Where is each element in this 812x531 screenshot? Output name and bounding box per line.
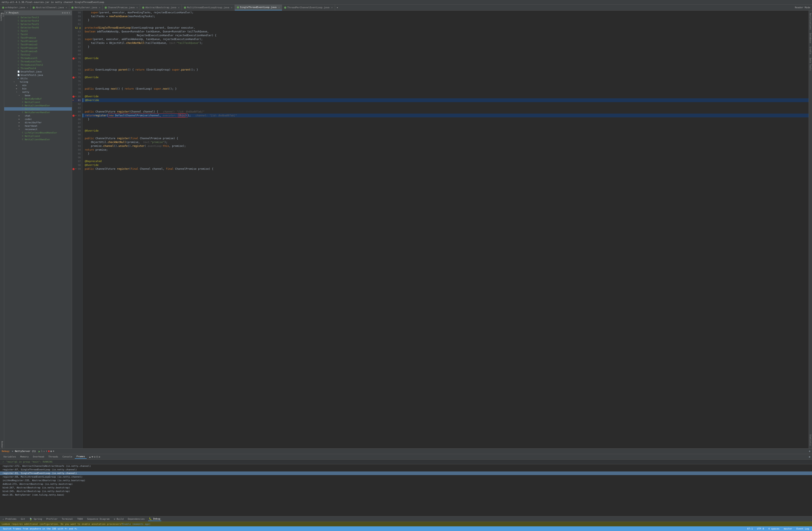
close-icon[interactable]: ✕	[66, 6, 67, 9]
step-out-icon[interactable]: ↑	[46, 450, 47, 453]
tab-variables[interactable]: Variables	[2, 455, 18, 459]
gradle-label[interactable]: Gradle	[809, 45, 812, 56]
copy-frames-icon[interactable]: ⎘	[97, 455, 98, 458]
bottom-tab-git[interactable]: Git	[20, 517, 26, 521]
tree-item-selector5[interactable]: C SelectorTest5	[4, 23, 72, 26]
lombok-enable-link[interactable]: Enable (moments ago)	[122, 523, 150, 526]
tree-item-directbuffer[interactable]: ▶ directbuffer	[4, 121, 72, 124]
hide-frames-icon[interactable]: ⊟	[94, 455, 95, 458]
frame-2[interactable]: register:81, SingleThreadEventLoop (io.n…	[0, 472, 812, 475]
mute-icon[interactable]: ◉	[50, 450, 52, 453]
tree-item-aio[interactable]: ▶ aio	[4, 84, 72, 87]
frame-6[interactable]: bind:267, AbstractBootstrap (io.netty.bo…	[0, 486, 812, 489]
tree-item-selector6[interactable]: C SelectorTest6	[4, 26, 72, 29]
tree-item-nettyclienthandler2[interactable]: C NettyClientHandler	[4, 138, 72, 141]
close-icon[interactable]: ✕	[99, 6, 100, 9]
tree-item-testpromise2[interactable]: C TestPromise2	[4, 39, 72, 43]
tree-item-base[interactable]: ▾ base	[4, 94, 72, 97]
run-icon[interactable]: ▶	[39, 450, 40, 453]
pull-requests-icon[interactable]: Pull Requests	[0, 15, 4, 19]
close-icon[interactable]: ✕	[178, 6, 179, 9]
tab-channel-promise[interactable]: ChannelPromise.java ✕	[103, 5, 140, 10]
tab-netty-server[interactable]: NettyServer.java ✕	[69, 5, 103, 10]
close-icon[interactable]: ✕	[278, 6, 280, 9]
debug-settings-icon[interactable]: ⚙	[809, 450, 810, 453]
frame-3[interactable]: register:88, MultithreadEventLoopGroup (…	[0, 475, 812, 479]
close-icon[interactable]: ✕	[27, 6, 28, 9]
layout-icon[interactable]: ⊟	[64, 12, 66, 14]
tree-item-threadlocal5[interactable]: C ThreadLocal5	[4, 56, 72, 60]
tab-console[interactable]: Console	[61, 455, 74, 459]
tab-abstract-bootstrap[interactable]: AbstractBootstrap.java ✕	[140, 5, 182, 10]
tab-abstract-channel[interactable]: AbstractChannel.java ✕	[30, 5, 69, 10]
tree-item-testpromise4[interactable]: C TestPromise4	[4, 46, 72, 49]
reader-mode-btn[interactable]: Reader Mode	[795, 6, 810, 9]
tree-item-threadlocaltest2[interactable]: C ThreadLocalTest2	[4, 63, 72, 67]
tab-adapter[interactable]: erAdapter.java ✕	[0, 5, 30, 10]
tree-item-netty[interactable]: ▾ netty	[4, 90, 72, 94]
database-label[interactable]: Database	[809, 31, 812, 45]
bottom-tab-sequence[interactable]: Sequence Diagram	[86, 517, 111, 521]
tab-thread-per-channel[interactable]: ThreadPerChannelEventLoop.java ✕	[282, 5, 335, 10]
tree-item-codec[interactable]: ▶ codec	[4, 117, 72, 121]
frame-1[interactable]: register:87, SingleThreadEventLoop (io.n…	[0, 468, 812, 472]
bottom-tab-dependencies[interactable]: Dependencies	[127, 517, 145, 521]
bottom-tab-profiler[interactable]: Profiler	[45, 517, 58, 521]
tree-item-chat[interactable]: ▶ chat	[4, 114, 72, 117]
notifications-label[interactable]: Notifications	[809, 12, 812, 31]
view-breakpoints-icon[interactable]: ⊕	[53, 450, 54, 453]
step-into-icon[interactable]: ↓	[43, 450, 45, 453]
bottom-tab-problems[interactable]: ⚠ Problems	[2, 517, 17, 521]
debug-close-icon[interactable]: ✕	[12, 450, 13, 453]
bottom-tab-build[interactable]: ⚒ Build	[113, 517, 125, 521]
step-over-icon[interactable]: ⤵	[41, 450, 42, 453]
tab-single-thread[interactable]: SingleThreadEventLoop.java ✕	[235, 5, 282, 10]
tree-item-nettyclienthandler[interactable]: C NettyClientHandler	[4, 104, 72, 107]
frame-4[interactable]: initAndRegister:335, AbstractBootstrap (…	[0, 479, 812, 482]
debug-session-name[interactable]: NettyServer (1)	[15, 450, 36, 453]
tree-item-unsafetest2[interactable]: 📄 UnsafeTest2.java	[4, 73, 72, 77]
tree-item-nettyserver[interactable]: C NettyServer	[4, 107, 72, 111]
data-tools-label[interactable]: Data Tools	[809, 56, 812, 72]
frame-5[interactable]: doBind:273, AbstractBootstrap (io.netty.…	[0, 482, 812, 486]
bottom-tab-terminal[interactable]: Terminal	[61, 517, 74, 521]
tree-item-selector3[interactable]: C SelectorTest3	[4, 16, 72, 19]
bottom-tab-debug[interactable]: 🐛 Debug	[148, 517, 161, 521]
tree-item-reconnect[interactable]: ▾ reconnect	[4, 128, 72, 131]
close-icon[interactable]: ✕	[136, 6, 138, 9]
frames-settings-icon[interactable]: ≡	[809, 455, 810, 458]
tab-threads[interactable]: Threads	[47, 455, 60, 459]
frame-up-icon[interactable]: ▲	[89, 455, 91, 458]
frame-0[interactable]: register:472, AbstractChannel$AbstractUn…	[0, 464, 812, 468]
tree-item-testpromise[interactable]: C TestPromise	[4, 36, 72, 39]
tree-item-nettyserverhandler[interactable]: C NettyServerHandler	[4, 111, 72, 114]
tree-item-unsafetest[interactable]: 📄 UnsafeTest.java	[4, 70, 72, 73]
tree-item-selector4[interactable]: C SelectorTest4	[4, 19, 72, 23]
tree-item-heartbeat[interactable]: ▶ heartbeat	[4, 124, 72, 128]
tree-item-bio[interactable]: ▶ bio	[4, 87, 72, 90]
frames-content[interactable]: register:472, AbstractChannel$AbstractUn…	[0, 464, 812, 516]
tree-item-test3[interactable]: C Test3	[4, 29, 72, 33]
tree-item-testpromise5[interactable]: C TestPromise5	[4, 49, 72, 53]
code-view[interactable]: 58 59 60 61 62 @ 63 64 65 66 67 68 69 70…	[72, 11, 809, 448]
frame-7[interactable]: bind:245, AbstractBootstrap (io.netty.bo…	[0, 489, 812, 493]
tab-memory[interactable]: Memory	[19, 455, 30, 459]
close-icon[interactable]: ✕	[231, 6, 232, 9]
tree-item-threadlocaltest[interactable]: C ThreadLocalTest	[4, 60, 72, 63]
tree-item-nettyclient2[interactable]: C NettyClient	[4, 134, 72, 138]
tree-item-nettyclient[interactable]: C NettyClient	[4, 100, 72, 104]
bookmarks-icon[interactable]: Bookmarks	[0, 444, 4, 447]
close-icon[interactable]: ✕	[331, 6, 332, 9]
tree-item-lifecycle[interactable]: C LifeCycleinBoundHandler	[4, 131, 72, 134]
gear-icon[interactable]: ⚙	[62, 12, 63, 14]
filter-icon[interactable]: ≡	[99, 455, 100, 458]
settings-icon[interactable]: ⚙	[67, 12, 68, 14]
tree-item-utils[interactable]: ▶ Utils	[4, 77, 72, 80]
tree-item-testpromise3[interactable]: C TestPromise3	[4, 43, 72, 46]
tree-item-test4[interactable]: C Test4	[4, 33, 72, 36]
tree-item-nettybytebuf[interactable]: C NettyByteBuf	[4, 97, 72, 100]
bottom-tab-todo[interactable]: TODO	[76, 517, 84, 521]
bottom-tab-spring[interactable]: 🍃 Spring	[28, 517, 43, 521]
stop-icon[interactable]: ■	[48, 450, 49, 453]
event-log-btn[interactable]: Event Log	[795, 527, 810, 530]
